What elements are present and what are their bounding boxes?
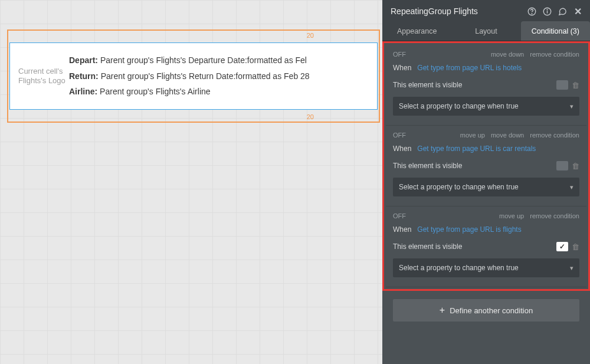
chevron-down-icon: ▾	[570, 264, 573, 272]
plus-icon: +	[440, 306, 445, 315]
condition-toggle[interactable]: OFF	[393, 212, 406, 219]
panel-title: RepeatingGroup Flights	[391, 6, 522, 16]
move-up-button[interactable]: move up	[499, 212, 524, 219]
select-property-dropdown[interactable]: Select a property to change when true ▾	[393, 258, 579, 277]
select-property-label: Select a property to change when true	[399, 183, 570, 191]
depart-value: Parent group's Flights's Departure Date:…	[98, 55, 307, 65]
define-condition-button[interactable]: + Define another condition	[393, 299, 579, 322]
svg-point-4	[547, 9, 548, 10]
visible-label: This element is visible	[393, 242, 556, 251]
visible-checkbox[interactable]	[556, 161, 568, 170]
condition-block: OFF move up remove condition When Get ty…	[386, 206, 586, 287]
move-down-button[interactable]: move down	[491, 132, 524, 139]
depart-label: Depart:	[69, 55, 98, 65]
tab-conditional[interactable]: Conditional (3)	[521, 21, 590, 41]
return-label: Return:	[69, 71, 99, 81]
condition-block: OFF move down remove condition When Get …	[386, 45, 586, 126]
condition-block: OFF move up move down remove condition W…	[386, 126, 586, 206]
delete-property-icon[interactable]: 🗑	[572, 162, 579, 170]
tab-layout[interactable]: Layout	[451, 21, 520, 41]
svg-point-1	[532, 13, 532, 14]
panel-tabs: Appearance Layout Conditional (3)	[382, 21, 590, 41]
condition-toggle[interactable]: OFF	[393, 132, 406, 139]
chevron-down-icon: ▾	[570, 103, 573, 110]
condition-expression[interactable]: Get type from page URL is hotels	[417, 64, 522, 72]
visible-checkbox[interactable]	[556, 242, 568, 251]
visible-label: This element is visible	[393, 162, 556, 170]
tab-appearance[interactable]: Appearance	[382, 21, 451, 41]
remove-condition-button[interactable]: remove condition	[530, 132, 579, 139]
return-value: Parent group's Flights's Return Date:for…	[99, 71, 310, 81]
move-down-button[interactable]: move down	[491, 51, 524, 58]
condition-toggle[interactable]: OFF	[393, 51, 406, 58]
condition-expression[interactable]: Get type from page URL is flights	[417, 225, 521, 234]
when-label: When	[393, 225, 411, 234]
info-icon[interactable]	[542, 6, 552, 17]
panel-body: OFF move down remove condition When Get …	[382, 41, 590, 364]
remove-condition-button[interactable]: remove condition	[530, 212, 579, 219]
panel-header: RepeatingGroup Flights ✕	[382, 0, 590, 21]
repeating-group-cell[interactable]: Current cell's Flights's Logo Depart: Pa…	[9, 42, 378, 110]
airline-value: Parent group's Flights's Airline	[97, 87, 210, 96]
spacing-measure-bottom: 20	[307, 113, 314, 120]
visible-checkbox[interactable]	[556, 80, 568, 90]
help-icon[interactable]	[526, 6, 537, 17]
visible-label: This element is visible	[393, 81, 556, 89]
comment-icon[interactable]	[557, 6, 568, 17]
condition-expression[interactable]: Get type from page URL is car rentals	[417, 145, 536, 153]
delete-property-icon[interactable]: 🗑	[572, 81, 579, 90]
airline-label: Airline:	[69, 87, 97, 96]
when-label: When	[393, 64, 411, 72]
cell-text-block[interactable]: Depart: Parent group's Flights's Departu…	[69, 53, 371, 100]
selected-element-outline[interactable]: 20 Current cell's Flights's Logo Depart:…	[7, 29, 380, 123]
editor-canvas: 20 Current cell's Flights's Logo Depart:…	[7, 29, 380, 123]
select-property-dropdown[interactable]: Select a property to change when true ▾	[393, 178, 579, 196]
logo-placeholder[interactable]: Current cell's Flights's Logo	[16, 62, 69, 91]
conditions-highlight: OFF move down remove condition When Get …	[382, 41, 590, 291]
delete-property-icon[interactable]: 🗑	[572, 242, 579, 251]
property-panel: RepeatingGroup Flights ✕ Appearance Layo…	[382, 0, 590, 364]
move-up-button[interactable]: move up	[460, 132, 485, 139]
remove-condition-button[interactable]: remove condition	[530, 51, 579, 58]
select-property-dropdown[interactable]: Select a property to change when true ▾	[393, 97, 579, 116]
select-property-label: Select a property to change when true	[399, 264, 570, 272]
define-condition-label: Define another condition	[450, 306, 533, 315]
chevron-down-icon: ▾	[570, 183, 573, 191]
when-label: When	[393, 145, 411, 153]
select-property-label: Select a property to change when true	[399, 102, 570, 110]
spacing-measure-top: 20	[307, 32, 314, 39]
close-icon[interactable]: ✕	[572, 6, 583, 17]
